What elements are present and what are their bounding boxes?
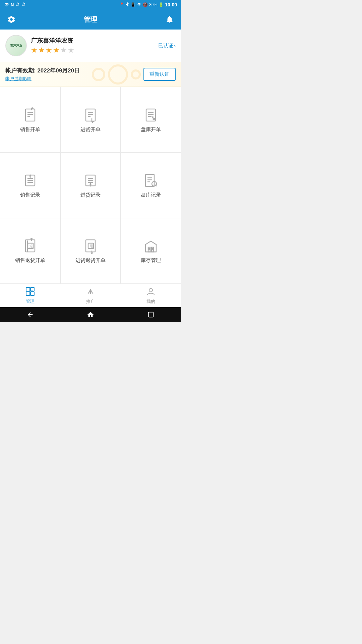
svg-point-56: [149, 288, 153, 292]
inventory-record-icon: [143, 172, 159, 189]
sale-return-icon: 退: [22, 238, 38, 254]
status-right: 📍 📳 📵 39% 🔋 10:00: [119, 2, 177, 8]
wifi2-icon: [137, 2, 141, 7]
svg-rect-48: [152, 249, 153, 250]
svg-text:退: 退: [90, 244, 93, 248]
star-6: ★: [68, 46, 74, 55]
expiry-impact-link[interactable]: 帐户过期影响: [5, 76, 80, 82]
svg-rect-29: [145, 174, 154, 186]
certified-label: 已认证: [158, 43, 173, 49]
purchase-return-label: 进货退货开单: [75, 257, 106, 264]
system-nav-bar: [0, 307, 181, 322]
purchase-return-icon: 退: [82, 238, 99, 254]
svg-point-18: [153, 117, 153, 117]
expiry-date-text: 帐户有效期: 2022年09月20日: [5, 67, 80, 74]
sync-icon: [15, 2, 20, 8]
expiry-info: 帐户有效期: 2022年09月20日 帐户过期影响: [5, 67, 80, 82]
sale-create-label: 销售开单: [20, 126, 40, 133]
nav-manage[interactable]: 管理: [0, 284, 60, 307]
inventory-create-button[interactable]: 盘库开单: [121, 87, 181, 153]
purchase-record-button[interactable]: 进货记录: [61, 153, 121, 218]
bluetooth-icon: [126, 2, 129, 8]
nav-promote-icon: [86, 287, 95, 298]
warehouse-icon: [143, 238, 159, 254]
expiry-decoration: [92, 62, 141, 87]
vibrate-icon: 📳: [130, 2, 135, 7]
location-icon: 📍: [119, 2, 124, 7]
home-button[interactable]: [84, 309, 97, 321]
purchase-return-button[interactable]: 退 进货退货开单: [61, 218, 121, 284]
sync2-icon: [21, 2, 26, 8]
sale-record-button[interactable]: 销售记录: [0, 153, 61, 218]
svg-rect-57: [148, 312, 154, 317]
svg-rect-47: [149, 249, 149, 250]
avatar[interactable]: 喜洋洋农: [5, 35, 27, 56]
profile-section: 喜洋洋农 广东喜洋洋农资 ★ ★ ★ ★ ★ ★ 已认证 ›: [0, 30, 181, 62]
wifi-icon: [4, 2, 9, 7]
nav-mine-icon: [146, 287, 156, 298]
sale-return-label: 销售退货开单: [15, 257, 45, 264]
app-header: 管理: [0, 9, 181, 30]
profile-left: 喜洋洋农 广东喜洋洋农资 ★ ★ ★ ★ ★ ★: [5, 35, 74, 56]
star-2: ★: [38, 46, 45, 55]
sale-return-button[interactable]: 退 销售退货开单: [0, 218, 61, 284]
function-grid: 销售开单 进货开单 盘库开单: [0, 87, 181, 284]
sale-create-icon: [22, 107, 38, 123]
nav-promote[interactable]: 推广: [60, 284, 121, 307]
status-bar: N 📍 📳 📵 39% 🔋 10:00: [0, 0, 181, 9]
inventory-record-label: 盘库记录: [141, 192, 161, 198]
battery-level: 39%: [149, 2, 157, 7]
inventory-create-icon: [143, 107, 159, 123]
settings-button[interactable]: [7, 15, 16, 24]
recertify-button[interactable]: 重新认证: [143, 68, 176, 81]
page-title: 管理: [84, 15, 97, 24]
battery-icon: 🔋: [159, 2, 164, 7]
star-5: ★: [60, 46, 67, 55]
network-n-icon: N: [11, 2, 14, 7]
stock-manage-button[interactable]: 库存管理: [121, 218, 181, 284]
purchase-create-button[interactable]: 进货开单: [61, 87, 121, 153]
star-3: ★: [46, 46, 52, 55]
inventory-create-label: 盘库开单: [141, 126, 161, 133]
purchase-create-icon: [82, 107, 99, 123]
profile-info: 广东喜洋洋农资 ★ ★ ★ ★ ★ ★: [31, 37, 74, 55]
recents-button[interactable]: [145, 309, 157, 321]
purchase-record-icon: [82, 172, 99, 189]
svg-rect-52: [31, 292, 34, 296]
bottom-navigation: 管理 推广 我的: [0, 284, 181, 307]
svg-rect-51: [26, 292, 30, 296]
nav-mine[interactable]: 我的: [121, 284, 181, 307]
svg-text:退: 退: [29, 244, 33, 248]
svg-rect-49: [26, 287, 30, 291]
rating-stars: ★ ★ ★ ★ ★ ★: [31, 46, 74, 55]
status-left: N: [4, 2, 26, 8]
nav-manage-icon: [25, 287, 35, 298]
certified-arrow: ›: [174, 43, 176, 49]
stock-manage-label: 库存管理: [141, 257, 161, 264]
star-4: ★: [53, 46, 60, 55]
purchase-record-label: 进货记录: [80, 192, 101, 198]
nav-mine-label: 我的: [146, 299, 155, 305]
expiry-banner: 帐户有效期: 2022年09月20日 帐户过期影响 重新认证: [0, 62, 181, 87]
sale-create-button[interactable]: 销售开单: [0, 87, 61, 153]
nav-promote-label: 推广: [86, 299, 95, 305]
no-sim-icon: 📵: [143, 2, 148, 7]
shop-name: 广东喜洋洋农资: [31, 37, 74, 45]
sale-record-label: 销售记录: [20, 192, 40, 198]
purchase-create-label: 进货开单: [80, 126, 101, 133]
star-1: ★: [31, 46, 38, 55]
notification-button[interactable]: [165, 15, 174, 24]
svg-rect-0: [25, 109, 35, 121]
svg-rect-6: [86, 109, 95, 121]
svg-rect-50: [31, 287, 34, 291]
nav-manage-label: 管理: [26, 299, 35, 305]
back-button[interactable]: [24, 309, 36, 321]
certified-link[interactable]: 已认证 ›: [158, 43, 176, 49]
clock: 10:00: [165, 2, 177, 7]
inventory-record-button[interactable]: 盘库记录: [121, 153, 181, 218]
sale-record-icon: [22, 172, 38, 189]
